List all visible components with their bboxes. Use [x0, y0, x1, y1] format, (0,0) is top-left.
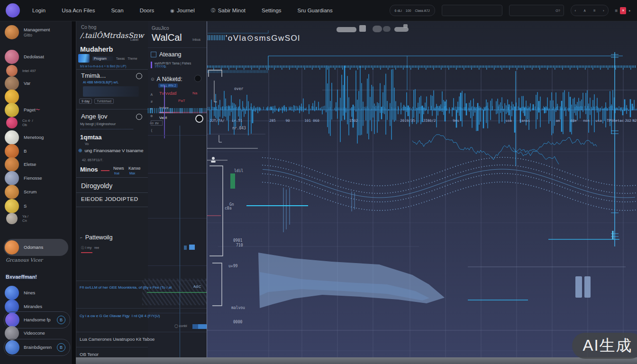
tag-chip[interactable]: Tvhbtrtwd: [94, 99, 114, 104]
alert-text: Na: [192, 91, 197, 95]
menu-item-login[interactable]: Login: [32, 7, 46, 14]
radio-button[interactable]: [136, 114, 142, 120]
tab-sub: Max: [129, 172, 135, 175]
main-chart[interactable]: overnr.043ldilGnc0a0901710u+99malvou0000…: [207, 21, 637, 364]
section-sub: Vo: [85, 142, 89, 146]
section-title: Ateaang: [159, 51, 182, 58]
avatar: [5, 50, 19, 64]
menu-item-sabir-minot[interactable]: ⓆSabir Minot: [211, 7, 246, 14]
menu-item-scan[interactable]: Scan: [111, 7, 123, 14]
sidebar-item[interactable]: Nines: [5, 285, 35, 300]
chevron-right-icon[interactable]: ›: [603, 9, 604, 13]
svg-text:ir.51: ir.51: [232, 118, 243, 123]
section-row[interactable]: Ateaang: [151, 51, 182, 58]
menu-label: Doors: [140, 8, 155, 13]
list-icon[interactable]: ≡: [593, 9, 596, 13]
sidebar-item-label: ManagementGitto: [24, 27, 50, 38]
chart-title: 'oVla⊙smsGwSOl: [226, 33, 300, 43]
search-input[interactable]: [442, 5, 502, 16]
alert-text: PaT: [178, 99, 185, 103]
menu-item-guardians[interactable]: Sru Guardians: [298, 7, 333, 14]
sidebar-item[interactable]: Dedolasat: [5, 49, 44, 64]
link-side[interactable]: A&C: [193, 284, 201, 289]
list-item[interactable]: EIEODE JODOIPTED: [81, 196, 138, 202]
status-text: 6 dLi: [395, 9, 402, 12]
list-item[interactable]: OB Tenor: [80, 352, 99, 357]
toggle-indicator[interactable]: [194, 75, 201, 82]
following-row[interactable]: ⌐ Pattewoilg: [80, 234, 112, 241]
tool-icon[interactable]: ⊕: [150, 112, 154, 119]
list-item[interactable]: Dirogyoldy: [81, 182, 112, 190]
tool-icon[interactable]: (: [150, 127, 154, 134]
circle-label[interactable]: ◯ conbl: [174, 324, 187, 328]
svg-text:2019/35: 2019/35: [400, 118, 415, 123]
sidebar-item-label: Brainbdigeren: [24, 345, 52, 350]
grid-icon[interactable]: ≡: [615, 8, 618, 13]
tab-kanxe[interactable]: Kanxe: [128, 166, 141, 171]
app-logo[interactable]: [6, 3, 20, 18]
tab-minos[interactable]: Minos: [80, 166, 98, 173]
menu-label: Sabir Minot: [218, 8, 246, 13]
program-sublink[interactable]: b/s w t-u-m-a-s-s + is Bed (to L/P): [80, 64, 126, 68]
svg-text:9ns: 9ns: [453, 118, 459, 123]
sidebar-item[interactable]: Ya /Cn: [5, 211, 28, 226]
sidebar-item[interactable]: ManagementGitto: [5, 25, 50, 40]
chevron-left-icon[interactable]: ‹: [575, 9, 576, 13]
circle-indicator[interactable]: [195, 115, 203, 123]
sidebar-item[interactable]: Fienosse: [5, 171, 42, 186]
alert-badge[interactable]: ×: [620, 7, 626, 14]
sidebar-item-label: Odomans: [24, 245, 43, 250]
watermark-badge: AI生成: [572, 333, 637, 359]
svg-text:101 060: 101 060: [304, 118, 319, 123]
dotted-divider: [80, 129, 133, 129]
link-row[interactable]: Fñ sv/LLM of her GEE Moonkknia, of (By v…: [80, 285, 172, 290]
sidebar-item[interactable]: Scrum: [5, 184, 36, 200]
avatar: [5, 25, 19, 39]
filter-input[interactable]: O?: [509, 5, 564, 16]
section-title: 1qmtaa: [80, 134, 102, 141]
zu-chip[interactable]: zu: [151, 120, 163, 126]
link-row[interactable]: Cy i a cw e G Ge Olavae Figy I rd Q8 4 (…: [80, 314, 160, 318]
red-underline: [81, 252, 92, 253]
tag-chip[interactable]: 9 day: [79, 99, 92, 104]
finance-row[interactable]: ⊕ ung Finanosamae V tsaname: [78, 148, 144, 153]
card2-row[interactable]: My beogt | Eidglnsshour: [80, 122, 116, 126]
radio-button[interactable]: [136, 73, 142, 79]
program-label: Program: [92, 56, 113, 61]
chart-canvas[interactable]: overnr.043ldilGnc0a0901710u+99malvou0000…: [207, 21, 637, 364]
avatar: [5, 157, 19, 172]
svg-text:u+99: u+99: [228, 264, 237, 268]
panel-kicker: GuuJico: [152, 26, 169, 31]
card-link[interactable]: AI 4BB MH9/3LB(P) w/L: [83, 81, 118, 84]
tab-news[interactable]: News: [113, 166, 124, 171]
svg-text:detac: detac: [613, 118, 624, 123]
purple-item[interactable]: wyt/h/Pr'B/Y Tama | Fishes ?????5:: [151, 62, 191, 68]
svg-text:1502: 1502: [349, 118, 358, 123]
sidebar-item[interactable]: Menetoog: [5, 130, 44, 145]
caret-up-icon[interactable]: ∧: [583, 9, 586, 13]
sidebar-item-outlined[interactable]: BrainbdigerenB: [4, 339, 70, 356]
bottom-scrollbar-strip[interactable]: [76, 357, 637, 364]
nav-icon-group[interactable]: ‹ ∧ ≡ ›: [571, 5, 609, 16]
menu-item-settings[interactable]: Settings: [262, 7, 282, 14]
svg-text:non: non: [583, 118, 590, 123]
program-row[interactable]: Program Tawas Theme: [78, 54, 137, 63]
sidebar-item[interactable]: Eletse: [5, 157, 36, 172]
bell-icon[interactable]: ▪: [628, 8, 630, 13]
sidebar-item[interactable]: Co 4· /Ob: [5, 115, 33, 130]
svg-text:0901: 0901: [233, 238, 242, 243]
menu-item-journel[interactable]: ◉Journel: [170, 7, 194, 14]
list-item[interactable]: Lua Camerones Uwatrupoo Kit Taboe: [80, 337, 155, 342]
sidebar-item-selected[interactable]: Odomans: [4, 239, 68, 256]
following-sub: Ⓘ I my ree: [81, 246, 99, 250]
sidebar-item-label: Videocone: [24, 330, 45, 336]
menu-item-files[interactable]: Usa Acn Files: [62, 7, 95, 14]
nketd-row[interactable]: ⊙ A Nöketd:: [151, 76, 182, 82]
avatar: [5, 76, 19, 91]
tool-icon[interactable]: A: [150, 91, 154, 98]
svg-text:JJT/7A/: JJT/7A/: [209, 118, 225, 123]
left-sidebar: ManagementGitto Dedolasat Intel 497 Var …: [0, 21, 72, 364]
menu-item-doors[interactable]: Doors: [140, 7, 155, 14]
tool-icon[interactable]: #: [150, 98, 154, 105]
avatar: [5, 185, 19, 199]
